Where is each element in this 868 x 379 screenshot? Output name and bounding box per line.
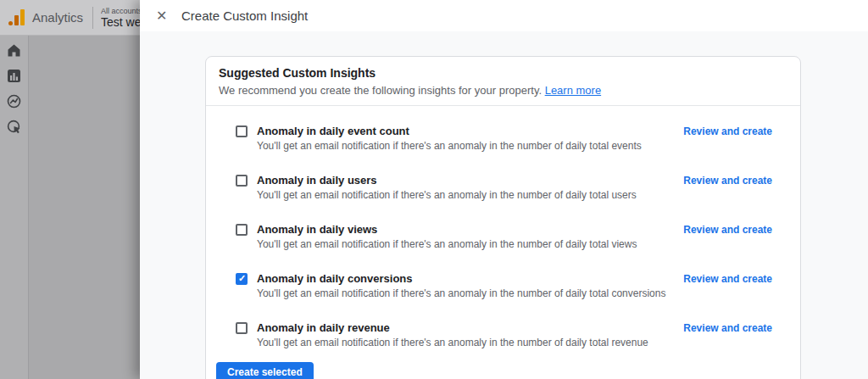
explore-icon[interactable] <box>7 94 21 109</box>
insight-description: You'll get an email notification if ther… <box>257 189 670 202</box>
modal-header: ✕ Create Custom Insight <box>140 0 868 31</box>
insight-title: Anomaly in daily users <box>257 174 670 187</box>
insight-row-users: Anomaly in daily users You'll get an ema… <box>206 163 800 212</box>
review-and-create-link[interactable]: Review and create <box>683 175 772 187</box>
nav-rail <box>0 36 29 379</box>
app-header: Analytics All accounts > T Test web <box>0 0 140 36</box>
create-custom-insight-modal: ✕ Create Custom Insight Suggested Custom… <box>140 0 868 379</box>
analytics-logo-icon <box>8 9 25 25</box>
insight-description: You'll get an email notification if ther… <box>257 140 670 153</box>
modal-body: Suggested Custom Insights We recommend y… <box>140 56 868 379</box>
review-and-create-link[interactable]: Review and create <box>683 273 772 285</box>
card-subheading-text: We recommend you create the following in… <box>219 84 542 97</box>
review-and-create-link[interactable]: Review and create <box>683 322 772 334</box>
review-and-create-link[interactable]: Review and create <box>683 125 772 137</box>
insight-description: You'll get an email notification if ther… <box>257 238 670 251</box>
suggested-insights-card: Suggested Custom Insights We recommend y… <box>205 56 801 379</box>
close-icon[interactable]: ✕ <box>156 8 173 25</box>
review-and-create-link[interactable]: Review and create <box>683 224 772 236</box>
dimmed-content-scrim <box>29 36 140 379</box>
insight-rows: Anomaly in daily event count You'll get … <box>206 106 800 359</box>
card-header: Suggested Custom Insights We recommend y… <box>206 57 800 106</box>
learn-more-link[interactable]: Learn more <box>545 84 601 97</box>
modal-title: Create Custom Insight <box>181 8 308 23</box>
insight-checkbox[interactable] <box>236 224 248 236</box>
background-page: Analytics All accounts > T Test web <box>0 0 140 379</box>
page-body <box>0 36 140 379</box>
breadcrumb-property: Test web <box>101 15 140 29</box>
card-heading: Suggested Custom Insights <box>219 65 787 81</box>
create-selected-button[interactable]: Create selected <box>216 362 314 379</box>
card-subheading: We recommend you create the following in… <box>219 83 787 98</box>
insight-row-event-count: Anomaly in daily event count You'll get … <box>206 114 800 163</box>
insight-checkbox[interactable] <box>236 125 248 137</box>
insight-row-views: Anomaly in daily views You'll get an ema… <box>206 212 800 261</box>
insight-checkbox[interactable] <box>236 175 248 187</box>
insight-title: Anomaly in daily event count <box>257 125 670 138</box>
advertising-icon[interactable] <box>7 120 21 134</box>
brand-title: Analytics <box>32 10 83 25</box>
insight-checkbox[interactable] <box>236 273 248 285</box>
insight-title: Anomaly in daily conversions <box>257 272 670 286</box>
insight-checkbox[interactable] <box>236 322 248 334</box>
insight-row-revenue: Anomaly in daily revenue You'll get an e… <box>206 310 800 359</box>
breadcrumb-accounts: All accounts > T <box>101 7 140 15</box>
insight-description: You'll get an email notification if ther… <box>257 287 670 300</box>
insight-row-conversions: Anomaly in daily conversions You'll get … <box>206 261 800 310</box>
insight-description: You'll get an email notification if ther… <box>257 337 670 349</box>
header-divider <box>92 7 93 29</box>
insight-title: Anomaly in daily revenue <box>257 321 670 335</box>
home-icon[interactable] <box>7 43 21 58</box>
reports-icon[interactable] <box>7 69 21 83</box>
insight-title: Anomaly in daily views <box>257 223 670 237</box>
breadcrumb[interactable]: All accounts > T Test web <box>101 7 140 29</box>
